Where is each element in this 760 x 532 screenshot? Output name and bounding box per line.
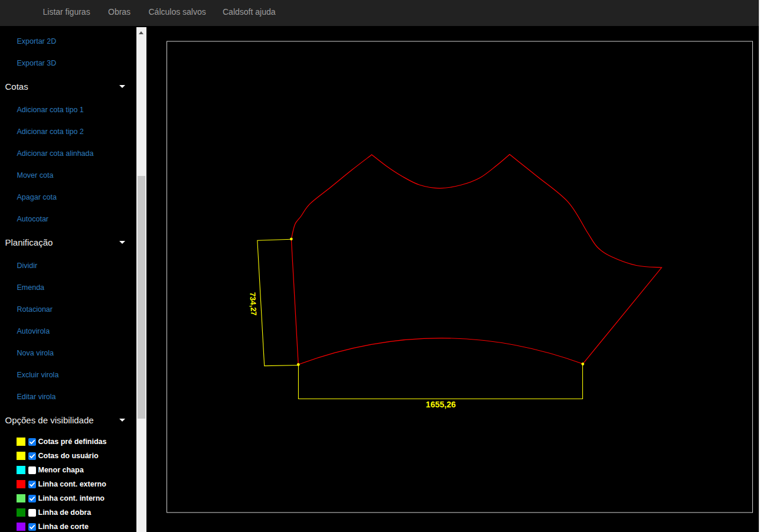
svg-text:1655,26: 1655,26 (426, 400, 456, 409)
svg-text:734,27: 734,27 (248, 292, 258, 316)
